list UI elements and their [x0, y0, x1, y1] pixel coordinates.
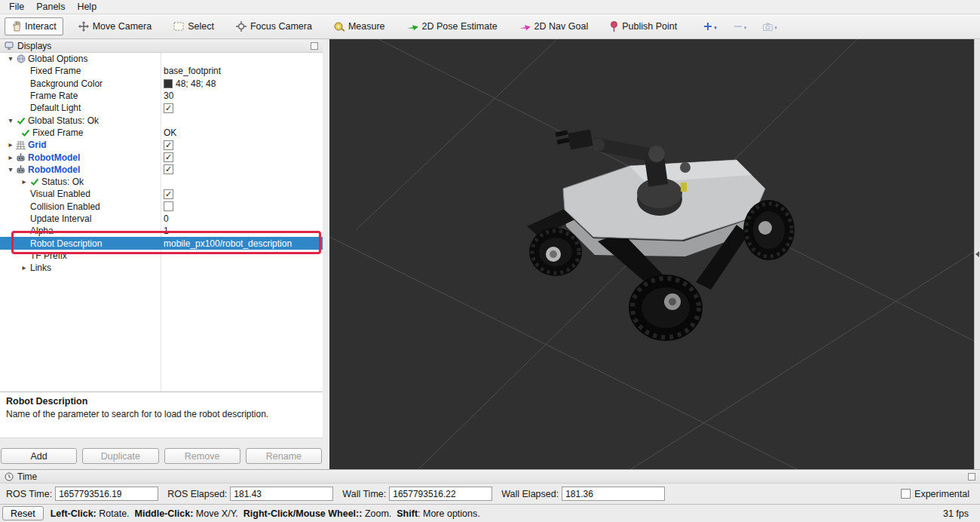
hint-action: Rotate.	[96, 508, 135, 519]
tree-row-global-options[interactable]: ▾Global Options	[0, 53, 323, 65]
tree-value-background-color[interactable]: 48; 48; 48	[161, 78, 323, 90]
tree-value-alpha[interactable]: 1	[161, 225, 323, 237]
tree-row-fixed-frame[interactable]: Fixed FrameOK	[0, 127, 323, 139]
status-bar: Reset Left-Click: Rotate. Middle-Click: …	[0, 504, 980, 522]
tool-2d-pose-estimate[interactable]: 2D Pose Estimate	[400, 17, 504, 35]
check-icon	[20, 128, 31, 137]
tool-2d-nav-goal[interactable]: 2D Nav Goal	[513, 17, 596, 35]
tree-row-global-status-ok[interactable]: ▾Global Status: Ok	[0, 114, 323, 126]
tree-row-fixed-frame[interactable]: Fixed Framebase_footprint	[0, 65, 323, 77]
screenshot-button[interactable]: ▾	[760, 20, 780, 33]
time-input-ros-elapsed[interactable]	[230, 487, 333, 501]
tree-value-fixed-frame[interactable]: OK	[161, 127, 323, 139]
tool-move-camera[interactable]: Move Camera	[72, 17, 159, 35]
tree-value-grid[interactable]: ✓	[161, 139, 323, 151]
tree-row-background-color[interactable]: Background Color48; 48; 48	[0, 78, 323, 90]
tree-value-fixed-frame[interactable]: base_footprint	[161, 65, 323, 77]
tree-label: Robot Description	[29, 238, 102, 249]
menu-help[interactable]: Help	[71, 0, 103, 14]
tree-row-frame-rate[interactable]: Frame Rate30	[0, 90, 323, 102]
tree-row-robotmodel[interactable]: ▸RobotModel✓	[0, 151, 323, 163]
hint-key: Middle-Click:	[135, 508, 194, 519]
tree-row-alpha[interactable]: Alpha1	[0, 225, 323, 237]
checkbox[interactable]: ✓	[164, 189, 173, 199]
displays-panel-header[interactable]: Displays	[0, 39, 323, 53]
tree-label: Alpha	[29, 226, 54, 236]
views-panel-handle[interactable]	[974, 39, 980, 469]
remove-tool-button[interactable]: ▾	[730, 20, 750, 33]
checkbox[interactable]: ✓	[164, 152, 173, 162]
tool-focus-camera[interactable]: Focus Camera	[229, 17, 319, 35]
time-field-ros-time: ROS Time:	[6, 487, 158, 501]
tool-publish-point[interactable]: Publish Point	[603, 17, 684, 35]
tool-interact[interactable]: Interact	[5, 17, 63, 35]
tree-value-update-interval[interactable]: 0	[161, 213, 323, 225]
tree-value-visual-enabled[interactable]: ✓	[161, 188, 323, 200]
expander-open-icon[interactable]: ▾	[6, 117, 15, 124]
tree-value-robotmodel[interactable]: ✓	[161, 151, 323, 163]
tree-row-robotmodel[interactable]: ▾RobotModel✓	[0, 164, 323, 176]
duplicate-button[interactable]: Duplicate	[82, 448, 158, 464]
displays-buttons: AddDuplicateRemoveRename	[0, 448, 323, 465]
rviz-window: FilePanelsHelp InteractMove CameraSelect…	[0, 0, 980, 522]
tree-row-tf-prefix[interactable]: TF Prefix	[0, 250, 323, 262]
tree-row-visual-enabled[interactable]: Visual Enabled✓	[0, 188, 323, 200]
experimental-checkbox[interactable]	[901, 489, 911, 499]
expander-closed-icon[interactable]: ▸	[6, 141, 15, 149]
add-tool-button[interactable]: ▾	[700, 20, 720, 33]
displays-tree: ▾Global OptionsFixed Framebase_footprint…	[0, 53, 323, 392]
tree-label: Default Light	[29, 103, 81, 113]
time-input-wall-elapsed[interactable]	[562, 487, 665, 501]
expander-closed-icon[interactable]: ▸	[20, 264, 29, 272]
time-input-ros-time[interactable]	[55, 487, 158, 501]
tree-value-tf-prefix[interactable]	[161, 250, 323, 262]
time-panel: Time ROS Time:ROS Elapsed:Wall Time:Wall…	[0, 469, 980, 504]
tree-row-default-light[interactable]: Default Light✓	[0, 102, 323, 114]
tool-label: 2D Nav Goal	[534, 21, 589, 32]
tool-select[interactable]: Select	[167, 17, 221, 35]
tree-value-default-light[interactable]: ✓	[161, 102, 323, 114]
tool-measure[interactable]: Measure	[327, 17, 392, 35]
tree-row-links[interactable]: ▸Links	[0, 262, 323, 274]
tree-value-collision-enabled[interactable]	[161, 201, 323, 213]
tree-row-status-ok[interactable]: ▸Status: Ok	[0, 176, 323, 188]
tree-row-collision-enabled[interactable]: Collision Enabled	[0, 201, 323, 213]
tree-value-robot-description[interactable]: mobile_px100/robot_description	[161, 237, 323, 249]
reset-button[interactable]: Reset	[2, 506, 44, 520]
time-input-wall-time[interactable]	[389, 487, 492, 501]
menu-panels[interactable]: Panels	[30, 0, 71, 14]
tree-row-grid[interactable]: ▸Grid✓	[0, 139, 323, 151]
displays-panel-icon	[5, 41, 14, 50]
menu-bar: FilePanelsHelp	[0, 0, 980, 14]
expander-closed-icon[interactable]: ▸	[6, 154, 15, 161]
time-panel-header[interactable]: Time	[0, 470, 980, 484]
tree-row-update-interval[interactable]: Update Interval0	[0, 213, 323, 225]
rename-button[interactable]: Rename	[246, 448, 322, 464]
3d-viewport[interactable]	[329, 39, 974, 469]
add-button[interactable]: Add	[1, 448, 77, 464]
time-fields-row: ROS Time:ROS Elapsed:Wall Time:Wall Elap…	[0, 484, 980, 504]
checkbox[interactable]: ✓	[164, 140, 173, 150]
color-swatch	[164, 79, 173, 88]
displays-float-button[interactable]	[311, 42, 318, 50]
remove-button[interactable]: Remove	[164, 448, 240, 464]
tree-label: Frame Rate	[29, 91, 78, 101]
checkbox[interactable]: ✓	[164, 103, 173, 113]
dropdown-caret-icon: ▾	[774, 26, 777, 31]
property-help-text: Name of the parameter to search for to l…	[6, 409, 317, 419]
expander-closed-icon[interactable]: ▸	[20, 178, 29, 186]
expander-open-icon[interactable]: ▾	[6, 166, 15, 173]
toolbar: InteractMove CameraSelectFocus CameraMea…	[0, 14, 980, 39]
nav-goal-icon	[519, 22, 531, 32]
tree-value-frame-rate[interactable]: 30	[161, 90, 323, 102]
measure-icon	[334, 22, 345, 32]
time-float-button[interactable]	[968, 473, 975, 481]
expander-open-icon[interactable]: ▾	[6, 55, 15, 63]
robot-model	[527, 130, 795, 341]
tree-value-robotmodel[interactable]: ✓	[161, 164, 323, 176]
tree-row-robot-description[interactable]: Robot Descriptionmobile_px100/robot_desc…	[0, 237, 323, 249]
checkbox[interactable]: ✓	[164, 164, 173, 174]
time-field-wall-elapsed: Wall Elapsed:	[501, 487, 665, 501]
checkbox[interactable]	[164, 201, 173, 211]
menu-file[interactable]: File	[3, 0, 30, 14]
